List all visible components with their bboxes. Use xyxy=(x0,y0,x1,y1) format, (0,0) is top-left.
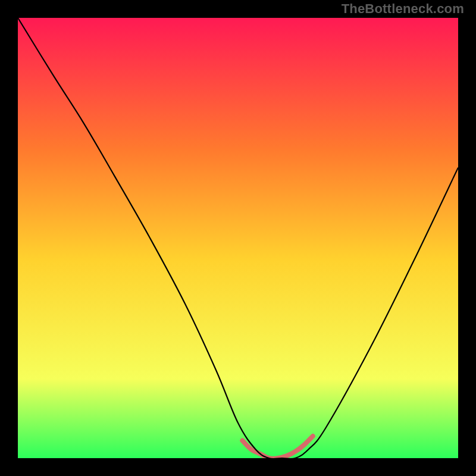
chart-frame: TheBottleneck.com xyxy=(0,0,476,476)
gradient-background xyxy=(18,18,458,458)
plot-area xyxy=(18,18,458,458)
chart-svg xyxy=(18,18,458,458)
watermark-text: TheBottleneck.com xyxy=(342,1,464,17)
